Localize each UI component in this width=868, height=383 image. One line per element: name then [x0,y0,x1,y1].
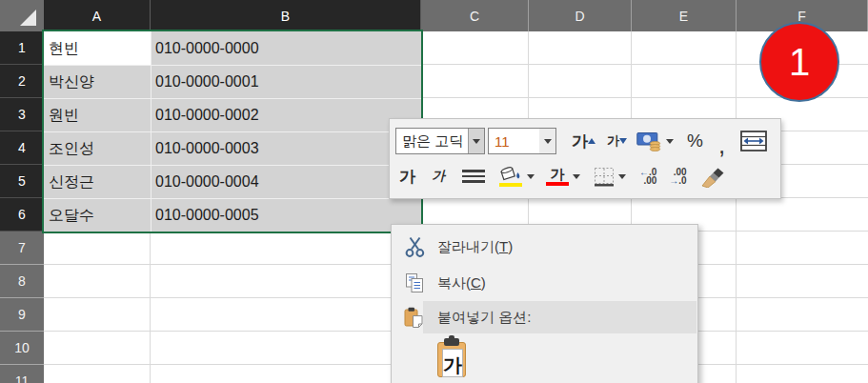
column-header-c[interactable]: C [421,0,529,31]
accounting-money-icon [636,131,662,151]
align-center-button[interactable] [462,170,485,183]
cell-a3[interactable]: 원빈 [49,98,148,131]
font-size-dropdown[interactable] [539,129,555,153]
table-row: 현빈 010-0000-0000 [44,31,421,65]
paint-bucket-icon [498,166,523,182]
select-all-triangle-icon [20,10,36,26]
mini-toolbar: 맑은 고딕 11 가 가 [389,118,781,199]
row-header-8[interactable]: 8 [0,265,44,298]
italic-button[interactable]: 가 [433,168,446,185]
cell-b3[interactable]: 010-0000-0002 [155,98,413,131]
increase-font-icon [588,138,595,144]
font-size-combo[interactable]: 11 [488,128,556,154]
table-row: 조인성 010-0000-0003 [44,131,421,165]
cell-b2[interactable]: 010-0000-0001 [155,65,413,98]
paste-options-label: 붙여넣기 옵션: [437,309,531,327]
context-menu: 잘라내기(T) 복사(C) [391,224,698,383]
copy-icon [401,272,428,293]
autofit-width-icon [740,131,767,151]
copy-label: 복사(C) [437,274,486,292]
fill-color-button[interactable] [498,166,535,187]
column-header-a[interactable]: A [44,0,151,31]
font-color-chip [546,182,569,186]
row-header-9[interactable]: 9 [0,298,44,332]
column-header-e[interactable]: E [632,0,737,31]
decrease-font-label: 가 [607,132,619,150]
bold-button[interactable]: 가 [399,166,415,188]
chevron-down-icon [544,139,552,144]
bottom-border-icon [594,167,615,187]
font-size-value: 11 [489,129,539,153]
row-header-11[interactable]: 11 [0,365,44,383]
increase-decimal-icon: ←.0 .00 [639,168,656,185]
format-painter-button[interactable] [700,165,727,188]
font-name-value: 맑은 고딕 [396,129,468,153]
align-center-icon [462,170,485,183]
paste-options-row: 가 [392,333,697,383]
cell-b5[interactable]: 010-0000-0004 [155,165,413,198]
format-painter-brush-icon [700,165,727,188]
increase-decimal-button[interactable]: ←.0 .00 [639,168,656,185]
chevron-down-icon [473,139,480,144]
chevron-down-icon [573,174,580,179]
row-header-6[interactable]: 6 [0,198,44,232]
row-header-2[interactable]: 2 [0,65,44,98]
increase-font-size-button[interactable]: 가 [572,131,588,152]
context-menu-item-copy[interactable]: 복사(C) [392,265,697,301]
table-row: 원빈 010-0000-0002 [44,98,421,131]
cut-icon [401,236,428,258]
table-row: 오달수 010-0000-0005 [44,198,421,232]
italic-label: 가 [431,168,448,185]
paste-keep-formatting-label: 가 [442,351,463,379]
percent-style-button[interactable]: % [687,131,703,151]
bold-label: 가 [399,166,415,188]
context-menu-item-paste-options: 붙여넣기 옵션: [392,301,697,333]
decrease-font-icon [619,138,627,144]
row-header-4[interactable]: 4 [0,131,44,165]
font-name-dropdown[interactable] [468,129,484,153]
decrease-decimal-button[interactable]: .00 →.0 [669,168,686,185]
excel-window: A B C D E F 1 2 3 4 5 6 7 8 9 10 11 현빈 0… [0,0,868,383]
decrease-decimal-icon: .00 →.0 [669,168,686,185]
paste-icon [401,307,428,329]
chevron-down-icon [527,174,535,179]
row-header-1[interactable]: 1 [0,31,44,65]
cell-a5[interactable]: 신정근 [49,165,148,198]
row-header-3[interactable]: 3 [0,98,44,131]
borders-button[interactable] [594,167,626,187]
cell-b4[interactable]: 010-0000-0003 [155,131,413,165]
table-row: 신정근 010-0000-0004 [44,165,421,198]
column-header-b[interactable]: B [151,0,421,31]
cell-a2[interactable]: 박신양 [49,65,148,98]
comma-style-button[interactable]: , [718,132,725,150]
chevron-down-icon [618,174,626,179]
accounting-format-button[interactable] [636,131,674,151]
selected-range[interactable]: 현빈 010-0000-0000 박신양 010-0000-0001 원빈 01… [42,30,423,233]
select-all-button[interactable] [0,0,44,31]
cell-b1[interactable]: 010-0000-0000 [155,31,413,65]
row-header-5[interactable]: 5 [0,165,44,198]
row-header-10[interactable]: 10 [0,332,44,365]
column-header-d[interactable]: D [529,0,632,31]
paste-keep-formatting-button[interactable]: 가 [435,337,468,379]
font-name-combo[interactable]: 맑은 고딕 [395,128,485,154]
cell-a4[interactable]: 조인성 [49,131,148,165]
format-table-button[interactable] [740,131,767,151]
annotation-badge-1: 1 [759,22,839,102]
cell-b6[interactable]: 010-0000-0005 [155,198,413,232]
row-header-7[interactable]: 7 [0,232,44,265]
fill-color-chip [499,183,522,187]
chevron-down-icon [666,139,674,144]
cut-label: 잘라내기(T) [437,238,513,256]
font-color-label: 가 [551,168,565,181]
decrease-font-size-button[interactable]: 가 [607,132,619,150]
increase-font-label: 가 [572,131,588,152]
table-row: 박신양 010-0000-0001 [44,65,421,98]
cell-a6[interactable]: 오달수 [49,198,148,232]
font-color-button[interactable]: 가 [546,168,580,186]
cell-a1[interactable]: 현빈 [49,31,148,65]
clipboard-clip [444,338,459,346]
context-menu-item-cut[interactable]: 잘라내기(T) [392,229,697,265]
